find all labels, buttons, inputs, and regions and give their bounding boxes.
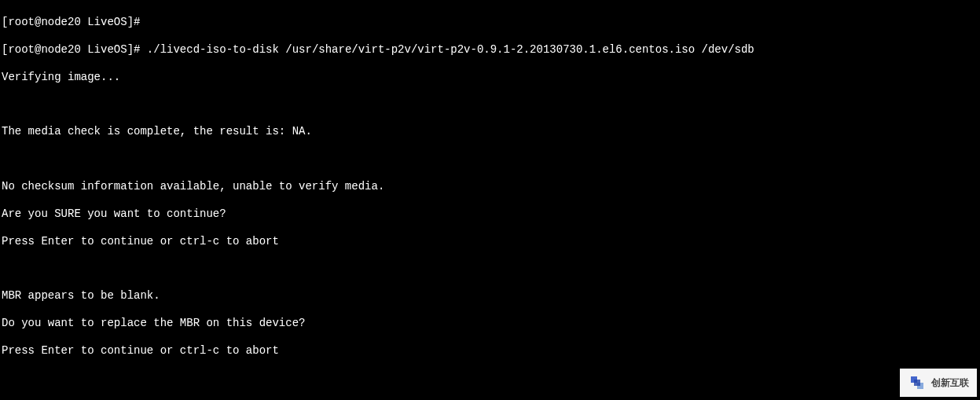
output-line: Are you SURE you want to continue? (2, 207, 978, 222)
output-line: Do you want to replace the MBR on this d… (2, 317, 978, 331)
terminal-output[interactable]: [root@node20 LiveOS]# [root@node20 LiveO… (2, 2, 978, 400)
output-line: No checksum information available, unabl… (2, 180, 978, 194)
output-line (2, 98, 978, 112)
watermark-logo-icon (908, 373, 927, 392)
prompt-text: [root@node20 LiveOS]# (2, 43, 147, 56)
output-line: Press Enter to continue or ctrl-c to abo… (2, 235, 978, 249)
output-line: The media check is complete, the result … (2, 125, 978, 139)
output-line (2, 372, 978, 385)
watermark-text: 创新互联 (931, 377, 969, 389)
output-line: Verifying image... (2, 71, 978, 85)
output-line: MBR appears to be blank. (2, 289, 978, 303)
output-line: Press Enter to continue or ctrl-c to abo… (2, 344, 978, 358)
command-line: [root@node20 LiveOS]# ./livecd-iso-to-di… (2, 43, 978, 57)
command-text: ./livecd-iso-to-disk /usr/share/virt-p2v… (147, 43, 754, 56)
watermark: 创新互联 (900, 369, 977, 397)
output-line (2, 262, 978, 276)
output-line (2, 152, 978, 166)
prompt-line-1: [root@node20 LiveOS]# (2, 16, 978, 30)
